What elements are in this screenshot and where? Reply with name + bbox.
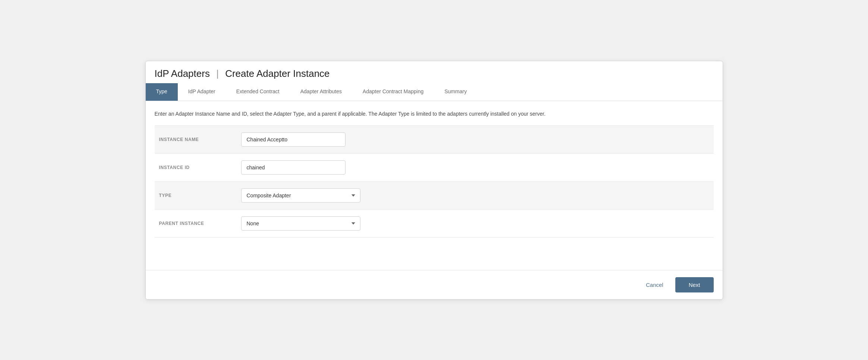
tabs-bar: Type IdP Adapter Extended Contract Adapt… xyxy=(146,83,723,101)
title-separator: | xyxy=(216,68,219,79)
type-select-wrapper: Composite Adapter xyxy=(241,188,360,203)
parent-instance-label: PARENT INSTANCE xyxy=(159,221,241,226)
instance-id-input[interactable] xyxy=(241,160,345,175)
tab-summary[interactable]: Summary xyxy=(434,83,477,101)
tab-idp-adapter[interactable]: IdP Adapter xyxy=(178,83,226,101)
parent-instance-select[interactable]: None xyxy=(241,216,360,231)
footer-actions: Cancel Next xyxy=(146,270,723,299)
tab-adapter-attributes[interactable]: Adapter Attributes xyxy=(290,83,352,101)
instance-id-row: INSTANCE ID xyxy=(155,153,714,181)
tab-extended-contract[interactable]: Extended Contract xyxy=(226,83,290,101)
type-row: TYPE Composite Adapter xyxy=(155,181,714,209)
tab-adapter-contract-mapping[interactable]: Adapter Contract Mapping xyxy=(352,83,434,101)
type-label: TYPE xyxy=(159,193,241,198)
parent-instance-select-wrapper: None xyxy=(241,216,360,231)
cancel-button[interactable]: Cancel xyxy=(640,278,669,292)
page-header: IdP Adapters | Create Adapter Instance xyxy=(146,61,723,83)
tab-type[interactable]: Type xyxy=(146,83,178,101)
page-subtitle: Create Adapter Instance xyxy=(225,68,329,79)
page-title: IdP Adapters | Create Adapter Instance xyxy=(155,68,714,79)
type-select[interactable]: Composite Adapter xyxy=(241,188,360,203)
instance-name-label: INSTANCE NAME xyxy=(159,137,241,142)
instance-name-row: INSTANCE NAME xyxy=(155,125,714,153)
description-text: Enter an Adapter Instance Name and ID, s… xyxy=(155,110,714,118)
app-title: IdP Adapters xyxy=(155,68,210,79)
content-area: Enter an Adapter Instance Name and ID, s… xyxy=(146,101,723,299)
instance-name-input[interactable] xyxy=(241,132,345,147)
parent-instance-row: PARENT INSTANCE None xyxy=(155,209,714,238)
next-button[interactable]: Next xyxy=(675,277,714,292)
modal-container: IdP Adapters | Create Adapter Instance T… xyxy=(145,61,723,300)
instance-id-label: INSTANCE ID xyxy=(159,165,241,170)
